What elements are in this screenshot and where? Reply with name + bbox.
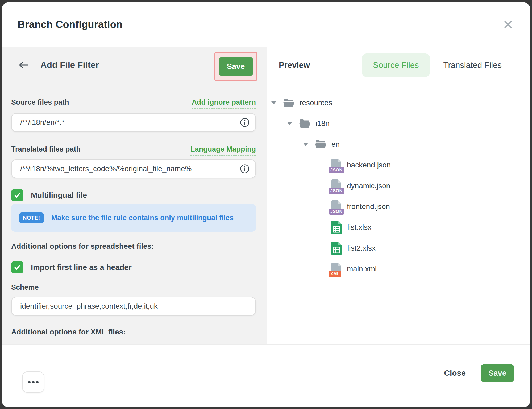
folder-icon [283, 98, 294, 107]
scheme-input[interactable] [11, 297, 256, 316]
caret-down-icon[interactable] [303, 143, 308, 146]
back-arrow-icon[interactable] [19, 47, 29, 83]
folder-icon [299, 119, 310, 128]
scheme-label: Scheme [11, 283, 256, 292]
xml-options-heading: Additional options for XML files: [11, 328, 256, 336]
file-icon-json: JSON [331, 179, 342, 193]
file-icon-xlsx [331, 220, 342, 234]
source-path-field [11, 113, 256, 132]
preview-bar: Preview Source FilesTranslated Files [267, 47, 530, 83]
tree-item-label: frontend.json [347, 202, 390, 211]
tree-item-i18n[interactable]: i18n [267, 113, 530, 134]
caret-down-icon[interactable] [287, 122, 292, 125]
import-header-label: Import first line as a header [31, 263, 132, 272]
close-icon[interactable] [502, 18, 514, 31]
save-button[interactable]: Save [481, 364, 514, 382]
save-button-highlight: Save [214, 52, 257, 81]
caret-down-icon[interactable] [271, 101, 276, 104]
note-badge: NOTE! [19, 212, 44, 223]
source-path-label-row: Source files path Add ignore pattern [11, 98, 256, 109]
file-icon-json: JSON [331, 200, 342, 213]
tree-item-main.xml[interactable]: XMLmain.xml [267, 259, 530, 279]
multilingual-checkbox[interactable] [11, 189, 23, 201]
tab-translated-files[interactable]: Translated Files [432, 53, 513, 77]
file-icon-xml: XML [331, 262, 342, 276]
translated-path-label: Translated files path [11, 145, 81, 153]
file-filter-form: Source files path Add ignore pattern Tra… [2, 83, 267, 344]
file-type-badge: JSON [329, 188, 344, 194]
more-options-button[interactable] [22, 371, 44, 393]
file-type-badge: JSON [329, 167, 344, 173]
scheme-field [11, 297, 256, 316]
check-icon [13, 191, 22, 200]
modal-footer: Close Save [2, 344, 530, 407]
info-circle-icon[interactable] [240, 118, 250, 127]
tree-item-label: resources [300, 99, 332, 107]
check-icon [13, 263, 22, 272]
tree-item-label: backend.json [347, 161, 391, 169]
preview-tabs: Source FilesTranslated Files [362, 53, 513, 77]
tree-item-resources[interactable]: resources [267, 92, 530, 113]
file-type-badge: JSON [329, 209, 344, 215]
tree-item-dynamic.json[interactable]: JSONdynamic.json [267, 175, 530, 196]
source-path-input[interactable] [11, 113, 256, 132]
multilingual-note: NOTE! Make sure the file rule contains o… [11, 204, 256, 232]
translated-path-label-row: Translated files path Language Mapping [11, 145, 256, 156]
ellipsis-icon [28, 381, 31, 383]
import-header-row: Import first line as a header [11, 261, 256, 273]
folder-icon [299, 119, 310, 128]
translated-path-field [11, 159, 256, 178]
language-mapping-link[interactable]: Language Mapping [190, 145, 256, 156]
tab-source-files[interactable]: Source Files [362, 53, 430, 77]
add-ignore-pattern-link[interactable]: Add ignore pattern [192, 98, 256, 109]
file-tree: resourcesi18nenJSONbackend.jsonJSONdynam… [267, 83, 530, 279]
tree-item-label: en [331, 140, 340, 149]
folder-icon [315, 140, 326, 149]
preview-heading: Preview [279, 60, 310, 70]
file-type-badge: XML [329, 271, 341, 277]
tree-item-en[interactable]: en [267, 134, 530, 155]
multilingual-label: Multilingual file [31, 191, 87, 200]
modal-header: Branch Configuration [2, 2, 530, 47]
info-circle-icon[interactable] [240, 164, 250, 174]
folder-icon [315, 140, 326, 149]
translated-path-input[interactable] [11, 159, 256, 178]
spreadsheet-options-heading: Additional options for spreadsheet files… [11, 242, 256, 251]
filter-heading: Add File Filter [40, 60, 99, 70]
multilingual-row: Multilingual file [11, 189, 256, 201]
close-button[interactable]: Close [444, 369, 466, 378]
tree-item-label: list2.xlsx [347, 244, 376, 252]
spreadsheet-icon [331, 220, 342, 234]
preview-panel: resourcesi18nenJSONbackend.jsonJSONdynam… [267, 83, 530, 344]
tree-item-label: main.xml [347, 265, 377, 273]
tree-item-frontend.json[interactable]: JSONfrontend.json [267, 196, 530, 217]
tree-item-list.xlsx[interactable]: list.xlsx [267, 217, 530, 238]
page-title: Branch Configuration [18, 19, 123, 30]
branch-configuration-modal: Branch Configuration Add File Filter Sav… [2, 2, 530, 407]
note-text: Make sure the file rule contains only mu… [51, 214, 234, 222]
tree-item-backend.json[interactable]: JSONbackend.json [267, 155, 530, 175]
file-icon-json: JSON [331, 158, 342, 172]
source-path-label: Source files path [11, 98, 69, 107]
tree-item-label: dynamic.json [347, 182, 390, 190]
filter-bar: Add File Filter Save [2, 47, 267, 83]
import-header-checkbox[interactable] [11, 261, 23, 273]
file-icon-xlsx [331, 241, 342, 255]
spreadsheet-icon [331, 241, 342, 255]
tree-item-list2.xlsx[interactable]: list2.xlsx [267, 238, 530, 259]
tree-item-label: list.xlsx [347, 223, 371, 232]
folder-icon [283, 98, 294, 107]
save-filter-button[interactable]: Save [219, 57, 253, 76]
subheader: Add File Filter Save Preview Source File… [2, 47, 530, 83]
footer-actions: Close Save [444, 364, 514, 382]
tree-item-label: i18n [315, 119, 330, 128]
